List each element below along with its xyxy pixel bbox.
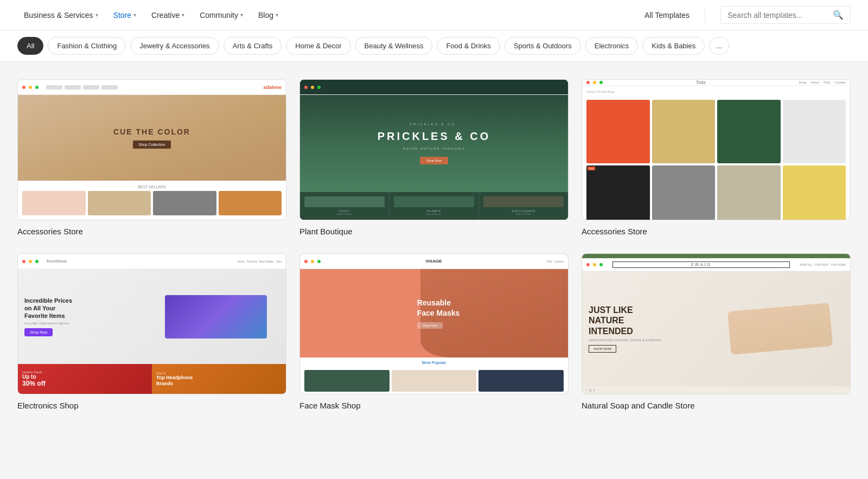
template-card[interactable]: TechShed Home Products Best Sellers Sale…: [17, 253, 286, 410]
mock-subtitle: Funky Printed Bags: [582, 86, 850, 98]
search-icon[interactable]: 🔍: [833, 10, 844, 20]
template-card[interactable]: FRAIS SHOP ALL FOR BODY FOR HOME JUST LI…: [582, 253, 851, 410]
dot-green: [599, 263, 603, 266]
mock-hero: CUE THE COLOR Shop Collection: [18, 95, 286, 181]
mock-cat: CACTI Shop Collection: [300, 192, 390, 220]
nav-links: Business & Services ▾ Store ▾ Creative ▾…: [17, 7, 644, 24]
mock-browser-header: VISAGE FAQ Contact: [300, 254, 568, 269]
mock-product: [153, 191, 216, 215]
mock-nav-item: [83, 85, 99, 90]
navbar: Business & Services ▾ Store ▾ Creative ▾…: [0, 0, 868, 30]
hero-cta: Shop Now: [420, 157, 448, 164]
template-thumbnail: Tote Shop About FAQ Contact Funky Printe…: [582, 79, 851, 220]
hero-cta: SHOP NOW: [589, 345, 616, 353]
mock-cat-img: [394, 196, 474, 207]
mock-product: [586, 100, 650, 163]
chevron-down-icon: ▾: [276, 12, 278, 18]
hero-text-area: JUST LIKENATUREINTENDED HANDCRAFTED ORGA…: [589, 305, 716, 353]
template-card[interactable]: adalene CUE THE COLOR Shop Collection BE…: [17, 79, 286, 236]
mock-product: [783, 100, 846, 163]
hero-cta: Shop Now: [417, 322, 443, 329]
category-btn-fashion[interactable]: Fashion & Clothing: [48, 37, 126, 55]
mock-sale-badge: Sale: [588, 167, 595, 170]
dot-yellow: [311, 86, 314, 89]
hero-cta: Shop Now: [24, 328, 53, 336]
mock-nav-item: [46, 85, 62, 90]
category-btn-all[interactable]: All: [17, 37, 43, 55]
hero-title: Incredible Priceson All YourFavorite Ite…: [24, 297, 152, 320]
mock-nav: Shop About FAQ Contact: [799, 81, 846, 84]
mock-hero: Incredible Priceson All YourFavorite Ite…: [18, 269, 286, 364]
category-btn-food[interactable]: Food & Drinks: [437, 37, 500, 55]
dot-green: [35, 260, 39, 263]
mock-nav-link: Best Sellers: [259, 260, 274, 263]
search-input[interactable]: [727, 11, 828, 20]
mock-hero: JUST LIKENATUREINTENDED HANDCRAFTED ORGA…: [582, 271, 850, 386]
mock-product: [88, 191, 151, 215]
category-btn-more[interactable]: ...: [709, 37, 729, 55]
mock-hero: PRICKLES & CO. PRICKLES & CO BRING NATUR…: [300, 95, 568, 192]
mock-nav-item: [65, 85, 81, 90]
template-label: Natural Soap and Candle Store: [582, 401, 851, 410]
nav-item-community[interactable]: Community ▾: [193, 7, 250, 24]
nav-label-blog: Blog: [258, 11, 273, 20]
hero-sub: BRING NATURE INDOORS: [403, 147, 465, 150]
hero-image-area: [716, 307, 844, 350]
chevron-down-icon: ▾: [133, 12, 136, 18]
category-btn-beauty[interactable]: Beauty & Wellness: [355, 37, 433, 55]
category-btn-arts[interactable]: Arts & Crafts: [224, 37, 282, 55]
template-card[interactable]: Tote Shop About FAQ Contact Funky Printe…: [582, 79, 851, 236]
mock-products-section: BEST SELLERS: [18, 181, 286, 220]
category-btn-sports[interactable]: Sports & Outdoors: [505, 37, 581, 55]
mock-nav-link: SHOP ALL: [800, 263, 813, 266]
category-btn-electronics[interactable]: Electronics: [585, 37, 639, 55]
mock-cat: PLANTS Shop Collection: [390, 192, 479, 220]
nav-item-creative[interactable]: Creative ▾: [145, 7, 191, 24]
main-content: adalene CUE THE COLOR Shop Collection BE…: [0, 62, 868, 432]
category-btn-kids[interactable]: Kids & Babies: [642, 37, 705, 55]
nav-label-business: Business & Services: [24, 11, 93, 20]
mock-brand: FRAIS: [612, 261, 790, 268]
mock-cat-sublabel: Shop Collection: [304, 213, 385, 215]
product-overlay: [727, 303, 832, 355]
mock-cat-sublabel: Shop Collection: [394, 213, 474, 215]
nav-item-business[interactable]: Business & Services ▾: [17, 7, 105, 24]
mock-product: [478, 370, 564, 392]
search-bar[interactable]: 🔍: [720, 6, 851, 24]
dot-green: [317, 260, 321, 263]
mock-product: [22, 191, 86, 215]
promo-title: Top HeadphoneBrands: [156, 375, 193, 387]
mock-cat: SUCCULENTS Shop Collection: [479, 192, 568, 220]
template-thumbnail: adalene CUE THE COLOR Shop Collection BE…: [17, 79, 286, 220]
mock-nav-link: About: [811, 81, 820, 84]
chevron-down-icon: ▾: [182, 12, 184, 18]
dot-yellow: [311, 260, 314, 263]
mock-nav-link: Products: [247, 260, 258, 263]
template-label: Accessories Store: [17, 227, 286, 236]
promo-title: Up to: [22, 374, 36, 380]
mock-nav-link: Contact: [554, 260, 564, 263]
template-label: Accessories Store: [582, 227, 851, 236]
dot-red: [586, 81, 590, 84]
mock-product: [392, 370, 477, 392]
nav-item-store[interactable]: Store ▾: [107, 7, 143, 24]
category-btn-jewelry[interactable]: Jewelry & Accessories: [130, 37, 219, 55]
mock-section-header: Most Popular: [300, 357, 568, 368]
mock-green-bar: [582, 254, 850, 258]
nav-item-blog[interactable]: Blog ▾: [252, 7, 285, 24]
mock-cat-img: [304, 196, 385, 207]
hero-content: ReusableFace Masks Shop Now: [409, 298, 460, 328]
dot-yellow: [593, 263, 596, 266]
mock-product: [783, 165, 846, 221]
category-btn-home[interactable]: Home & Decor: [286, 37, 350, 55]
mock-social-bar: f ig p: [582, 386, 850, 394]
dot-green: [35, 86, 39, 89]
template-card[interactable]: VISAGE FAQ Contact ReusableFace Masks Sh…: [299, 253, 569, 410]
hero-title: PRICKLES & CO: [378, 130, 491, 143]
nav-divider: [705, 8, 705, 23]
template-card[interactable]: PRICKLES & CO. PRICKLES & CO BRING NATUR…: [299, 79, 569, 236]
template-thumbnail: FRAIS SHOP ALL FOR BODY FOR HOME JUST LI…: [582, 253, 851, 394]
mock-product: [717, 165, 781, 221]
mock-nav-link: Shop: [799, 81, 807, 84]
templates-grid: adalene CUE THE COLOR Shop Collection BE…: [17, 79, 851, 410]
